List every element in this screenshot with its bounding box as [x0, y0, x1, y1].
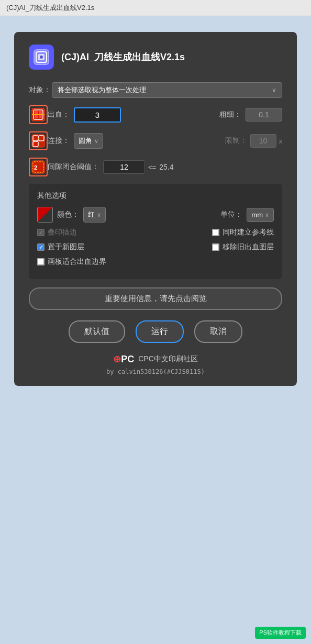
clip-board-wrapper[interactable]: 画板适合出血边界 [37, 257, 106, 267]
connect-row: 连接： 圆角 ∨ 限制： x [29, 131, 282, 150]
coarse-label: 粗细： [219, 110, 241, 119]
title-bar: (CJ)AI_刀线生成出血线V2.1s [0, 0, 311, 16]
svg-rect-9 [35, 115, 38, 118]
coarse-input[interactable] [246, 108, 282, 121]
bleed-icon [29, 105, 48, 124]
gap-leq: <= [148, 163, 156, 171]
color-unit-row: 颜色： 红 ∨ 单位： mm ∨ [37, 207, 274, 223]
clip-board-checkbox[interactable] [37, 258, 45, 265]
footer-brand: ⊕PC CPC中文印刷社区 [113, 353, 198, 365]
clip-board-row: 画板适合出血边界 [37, 257, 274, 267]
print-edge-label: 叠印描边 [48, 228, 77, 237]
title-bar-text: (CJ)AI_刀线生成出血线V2.1s [6, 4, 94, 12]
remove-old-checkbox[interactable] [212, 243, 219, 251]
color-icon [37, 207, 53, 223]
wechat-badge: PS软件教程下载 [255, 627, 306, 639]
cpc-logo: ⊕PC [113, 353, 134, 365]
limit-label: 限制： [225, 136, 247, 146]
header-icon [29, 45, 54, 70]
svg-rect-7 [35, 111, 38, 114]
svg-rect-10 [39, 115, 42, 118]
info-button[interactable]: 重要使用信息，请先点击阅览 [29, 287, 282, 310]
svg-rect-8 [39, 111, 42, 114]
color-label: 颜色： [57, 210, 79, 219]
new-layer-checkbox[interactable] [37, 243, 45, 251]
target-arrow: ∨ [272, 86, 276, 94]
color-dropdown[interactable]: 红 ∨ [83, 207, 106, 223]
unit-value: mm [251, 211, 263, 219]
gap-input[interactable] [103, 160, 145, 174]
limit-suffix: x [279, 137, 283, 145]
print-ref-row: 叠印描边 同时建立参考线 [37, 228, 274, 237]
gap-row: 2 间隙闭合阈值： <= 25.4 [29, 158, 282, 176]
layer-row: 置于新图层 移除旧出血图层 [37, 242, 274, 252]
target-label: 对象： [29, 85, 52, 95]
target-dropdown[interactable]: 将全部选取视为整体一次处理 ∨ [52, 82, 282, 98]
target-value: 将全部选取视为整体一次处理 [58, 85, 146, 95]
options-section: 其他选项 颜色： 红 ∨ 单位： mm ∨ 叠印描边 [29, 184, 282, 279]
header-title: (CJ)AI_刀线生成出血线V2.1s [61, 51, 185, 63]
unit-dropdown[interactable]: mm ∨ [247, 208, 274, 222]
unit-arrow: ∨ [265, 212, 269, 218]
connect-icon [29, 131, 48, 150]
brand-text: CPC中文印刷社区 [138, 354, 198, 364]
connect-value: 圆角 [79, 136, 92, 146]
header-row: (CJ)AI_刀线生成出血线V2.1s [29, 45, 282, 70]
footer-credit: by calvin530126(#CJJS011S) [106, 368, 205, 375]
target-row: 对象： 将全部选取视为整体一次处理 ∨ [29, 82, 282, 98]
color-arrow: ∨ [97, 212, 101, 218]
build-ref-label: 同时建立参考线 [223, 228, 274, 237]
run-button[interactable]: 运行 [136, 320, 184, 343]
limit-input[interactable] [250, 134, 276, 148]
default-button[interactable]: 默认值 [69, 320, 125, 343]
color-value: 红 [88, 210, 95, 219]
print-edge-checkbox[interactable] [37, 229, 45, 236]
build-ref-checkbox[interactable] [212, 229, 219, 236]
bleed-input[interactable] [74, 107, 121, 123]
main-panel: (CJ)AI_刀线生成出血线V2.1s 对象： 将全部选取视为整体一次处理 ∨ … [14, 32, 297, 386]
section-title: 其他选项 [37, 191, 274, 201]
new-layer-label: 置于新图层 [48, 242, 84, 252]
cancel-button[interactable]: 取消 [194, 320, 242, 343]
connect-label: 连接： [48, 136, 70, 146]
bleed-label: 出血： [48, 110, 70, 119]
svg-point-3 [40, 55, 43, 59]
print-edge-checkbox-wrapper[interactable]: 叠印描边 [37, 228, 77, 237]
wechat-text: PS软件教程下载 [259, 629, 302, 636]
remove-old-row[interactable]: 移除旧出血图层 [212, 242, 274, 252]
connect-arrow: ∨ [94, 138, 98, 145]
remove-old-label: 移除旧出血图层 [223, 242, 274, 252]
bottom-buttons: 默认值 运行 取消 [29, 320, 282, 343]
clip-board-label: 画板适合出血边界 [48, 257, 106, 267]
unit-label: 单位： [220, 210, 242, 219]
new-layer-checkbox-wrapper[interactable]: 置于新图层 [37, 242, 84, 252]
connect-dropdown[interactable]: 圆角 ∨ [74, 133, 103, 149]
footer: ⊕PC CPC中文印刷社区 by calvin530126(#CJJS011S) [29, 353, 282, 375]
build-ref-row[interactable]: 同时建立参考线 [212, 228, 274, 237]
bleed-row: 出血： 粗细： [29, 105, 282, 124]
gap-label: 间隙闭合阈值： [48, 162, 99, 172]
gap-max: 25.4 [159, 163, 173, 171]
gap-icon: 2 [29, 158, 48, 176]
svg-text:2: 2 [34, 164, 37, 171]
